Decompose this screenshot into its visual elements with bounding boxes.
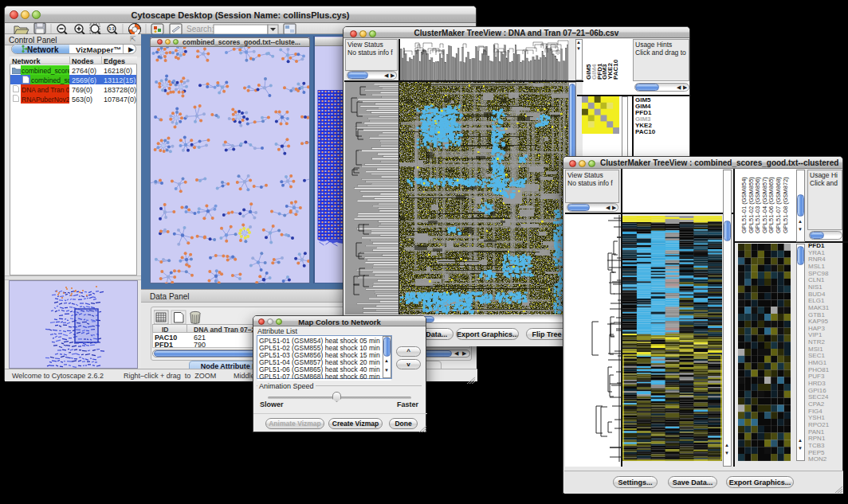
svg-text:1:1: 1:1 (108, 26, 114, 31)
svg-text:Search:: Search: (186, 25, 214, 33)
